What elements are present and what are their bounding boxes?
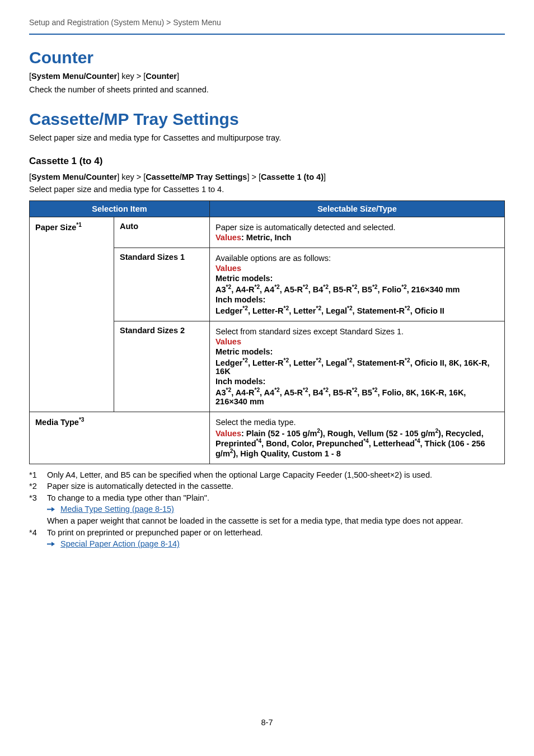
auto-desc: Paper size is automatically detected and… — [216, 223, 499, 242]
cassette-heading: Cassette/MP Tray Settings — [29, 110, 505, 129]
arrow-right-icon — [47, 539, 55, 545]
footnote-label: *2 — [29, 481, 45, 492]
footnote-body: When a paper weight that cannot be loade… — [47, 516, 495, 527]
footnote-label: *4 — [29, 528, 45, 539]
footnote-label: *1 — [29, 470, 45, 481]
footnote-label: *3 — [29, 493, 45, 504]
arrow-right-icon — [47, 505, 55, 511]
footnote-body: Only A4, Letter, and B5 can be specified… — [47, 470, 495, 481]
settings-table: Selection Item Selectable Size/Type Pape… — [29, 200, 505, 464]
std-sizes1-desc: Available options are as follows: Values… — [216, 254, 499, 315]
th-selection-item: Selection Item — [30, 201, 210, 217]
special-paper-action-link[interactable]: Special Paper Action (page 8-14) — [60, 539, 180, 548]
footnotes: *1 Only A4, Letter, and B5 can be specif… — [29, 470, 505, 550]
media-type-setting-link[interactable]: Media Type Setting (page 8-15) — [60, 505, 174, 514]
media-type-desc: Select the media type. Values: Plain (52… — [216, 418, 499, 458]
media-type-label: Media Type — [35, 418, 79, 427]
table-row: Media Type*3 Select the media type. Valu… — [30, 412, 505, 464]
counter-heading: Counter — [29, 48, 505, 67]
cassette-intro: Select paper size and media type for Cas… — [29, 133, 505, 142]
cassette1-path: [System Menu/Counter] key > [Cassette/MP… — [29, 172, 505, 181]
footnote-body: To print on preprinted or prepunched pap… — [47, 528, 495, 539]
std-sizes2-label: Standard Sizes 2 — [120, 326, 185, 335]
cassette1-intro2: Select paper size and media type for Cas… — [29, 185, 505, 194]
header-divider — [29, 34, 505, 35]
auto-label: Auto — [120, 222, 138, 231]
footnote-body: Paper size is automatically detected in … — [47, 481, 495, 492]
paper-size-label: Paper Size — [35, 223, 76, 232]
footnote-body: To change to a media type other than "Pl… — [47, 493, 495, 504]
page-number: 8-7 — [29, 718, 505, 727]
cassette1-subheading: Cassette 1 (to 4) — [29, 156, 505, 167]
table-row: Paper Size*1 Auto Paper size is automati… — [30, 217, 505, 248]
th-selectable: Selectable Size/Type — [210, 201, 505, 217]
counter-path: [System Menu/Counter] key > [Counter] — [29, 72, 505, 81]
std-sizes1-label: Standard Sizes 1 — [120, 253, 185, 262]
std-sizes2-desc: Select from standard sizes except Standa… — [216, 327, 499, 407]
breadcrumb: Setup and Registration (System Menu) > S… — [29, 18, 505, 31]
counter-body: Check the number of sheets printed and s… — [29, 85, 505, 94]
